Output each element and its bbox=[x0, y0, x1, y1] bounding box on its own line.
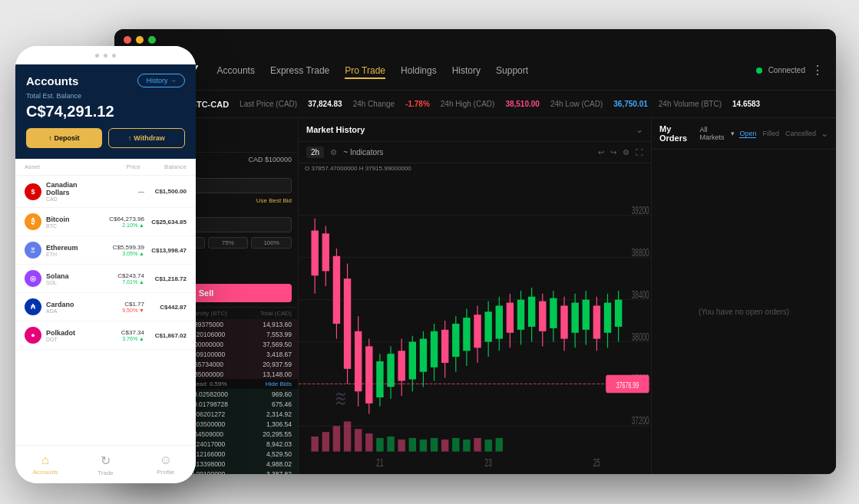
candlestick-chart: 39200 38800 38400 38000 37600 37200 21 2… bbox=[299, 173, 651, 474]
asset-price: C$243.74 bbox=[91, 272, 144, 279]
asset-item[interactable]: ◎ Solana SOL C$243.74 7.01% ▲ C$1,218.72 bbox=[15, 265, 196, 293]
mobile-asset-list: Asset Price Balance $ Canadian Dollars C… bbox=[15, 159, 196, 445]
svg-rect-83 bbox=[376, 438, 383, 452]
svg-rect-45 bbox=[463, 318, 470, 351]
mobile-history-button[interactable]: History → bbox=[137, 74, 185, 87]
market-history-chevron[interactable]: ⌄ bbox=[636, 124, 643, 135]
svg-rect-78 bbox=[322, 432, 329, 451]
minimize-dot[interactable] bbox=[136, 36, 144, 44]
mobile-nav-accounts[interactable]: ⌂ Accounts bbox=[15, 446, 75, 483]
history-btn-label: History → bbox=[146, 77, 177, 84]
orders-filled-tab[interactable]: Filled bbox=[762, 130, 779, 138]
pct-75-btn[interactable]: 75% bbox=[208, 237, 249, 249]
trade-nav-icon: ↻ bbox=[101, 453, 111, 468]
chart-settings-icon[interactable]: ⚙ bbox=[330, 148, 337, 156]
ticker-bar: ☰ ₿ BTC-CAD Last Price (CAD) 37,824.83 2… bbox=[114, 91, 836, 118]
asset-item[interactable]: ₳ Cardano ADA C$1.77 9.50% ▼ C$442.87 bbox=[15, 293, 196, 321]
asset-balance: C$1,500.00 bbox=[144, 188, 187, 195]
orders-status-tabs: Open Filled Cancelled bbox=[739, 130, 816, 138]
asset-price-block: C$64,273.96 2.10% ▲ bbox=[91, 216, 144, 228]
asset-item[interactable]: Ξ Ethereum ETH C$5,599.39 3.05% ▲ C$13,9… bbox=[15, 236, 196, 265]
svg-text:37200: 37200 bbox=[632, 415, 649, 427]
svg-rect-81 bbox=[355, 429, 362, 451]
asset-price-block: C$1.77 9.50% ▼ bbox=[91, 301, 144, 313]
asset-name-block: Canadian Dollars CAD bbox=[46, 181, 91, 202]
nav-history[interactable]: History bbox=[452, 62, 481, 79]
svg-rect-53 bbox=[507, 303, 514, 333]
mobile-nav-trade[interactable]: ↻ Trade bbox=[75, 446, 135, 483]
market-selector[interactable]: All Markets ▾ bbox=[699, 126, 735, 141]
asset-symbol: BTC bbox=[46, 223, 91, 229]
svg-rect-29 bbox=[376, 361, 383, 397]
orders-cancelled-tab[interactable]: Cancelled bbox=[785, 130, 816, 138]
withdraw-button[interactable]: ↑ Withdraw bbox=[108, 128, 186, 148]
orders-empty-message: (You have no open orders) bbox=[652, 150, 836, 474]
asset-item[interactable]: $ Canadian Dollars CAD — C$1,500.00 bbox=[15, 176, 196, 208]
asset-balance-block: C$13,998.47 bbox=[144, 247, 187, 254]
my-orders-chevron[interactable]: ⌄ bbox=[821, 128, 828, 139]
market-history-header: Market History ⌄ bbox=[299, 118, 651, 142]
pct-100-btn[interactable]: 100% bbox=[251, 237, 292, 249]
svg-text:25: 25 bbox=[593, 457, 600, 469]
nav-right: Connected ⋮ bbox=[756, 63, 824, 77]
svg-rect-92 bbox=[474, 438, 481, 452]
chart-indicators-btn[interactable]: ~ Indicators bbox=[343, 148, 383, 156]
connected-label: Connected bbox=[768, 66, 805, 74]
asset-icon: ₿ bbox=[25, 213, 41, 230]
asset-price: C$64,273.96 bbox=[91, 216, 144, 222]
orders-open-tab[interactable]: Open bbox=[739, 130, 756, 138]
accounts-nav-icon: ⌂ bbox=[41, 453, 49, 467]
nav-pro-trade[interactable]: Pro Trade bbox=[345, 62, 385, 79]
nav-holdings[interactable]: Holdings bbox=[401, 62, 437, 79]
close-dot[interactable] bbox=[124, 36, 131, 44]
asset-name-block: Bitcoin BTC bbox=[46, 216, 91, 229]
asset-name-block: Cardano ADA bbox=[46, 301, 91, 314]
asset-price: — bbox=[91, 188, 144, 195]
svg-text:38000: 38000 bbox=[632, 331, 649, 342]
nav-support[interactable]: Support bbox=[496, 62, 528, 79]
deposit-button[interactable]: ↑ Deposit bbox=[26, 128, 102, 148]
svg-rect-55 bbox=[517, 300, 524, 330]
mobile-title: Accounts bbox=[26, 74, 78, 87]
asset-change: 7.01% ▲ bbox=[91, 279, 144, 285]
asset-balance-block: C$442.87 bbox=[144, 304, 187, 311]
mobile-app: Accounts History → Total Est. Balance C$… bbox=[15, 46, 196, 483]
nav-accounts[interactable]: Accounts bbox=[217, 62, 255, 79]
svg-rect-35 bbox=[409, 342, 416, 380]
asset-item[interactable]: ₿ Bitcoin BTC C$64,273.96 2.10% ▲ C$25,6… bbox=[15, 208, 196, 236]
more-button[interactable]: ⋮ bbox=[811, 63, 824, 77]
svg-rect-23 bbox=[344, 278, 351, 369]
asset-balance-block: C$1,867.02 bbox=[144, 332, 187, 339]
chart-expand-icon[interactable]: ⛶ bbox=[636, 148, 643, 156]
svg-text:38800: 38800 bbox=[632, 247, 649, 259]
low-label: 24h Low (CAD) bbox=[550, 100, 603, 108]
desktop-app: ₿ BITBUY Accounts Express Trade Pro Trad… bbox=[114, 29, 836, 474]
svg-rect-51 bbox=[496, 305, 503, 338]
mobile-bottom-nav: ⌂ Accounts ↻ Trade ☺ Profile bbox=[15, 445, 196, 483]
asset-symbol: CAD bbox=[46, 196, 91, 202]
asset-balance: C$442.87 bbox=[144, 304, 187, 311]
asset-price: C$5,599.39 bbox=[91, 244, 144, 251]
asset-name-block: Ethereum ETH bbox=[46, 244, 91, 257]
asset-icon: $ bbox=[25, 183, 41, 200]
asset-change: 9.50% ▼ bbox=[91, 308, 144, 313]
asset-price-block: C$37.34 3.76% ▲ bbox=[91, 329, 144, 341]
maximize-dot[interactable] bbox=[148, 36, 156, 44]
accounts-nav-label: Accounts bbox=[33, 469, 58, 476]
svg-rect-93 bbox=[484, 440, 491, 452]
chart-gear-icon[interactable]: ⚙ bbox=[623, 148, 629, 156]
ticker-pair[interactable]: BTC-CAD bbox=[190, 100, 229, 109]
svg-text:37676.99: 37676.99 bbox=[616, 380, 639, 390]
mobile-nav-profile[interactable]: ☺ Profile bbox=[136, 446, 196, 483]
svg-rect-82 bbox=[365, 433, 372, 452]
chart-undo-icon[interactable]: ↩ bbox=[598, 148, 604, 156]
chart-redo-icon[interactable]: ↪ bbox=[610, 148, 616, 156]
hide-bids[interactable]: Hide Bids bbox=[266, 380, 292, 387]
asset-item[interactable]: ● Polkadot DOT C$37.34 3.76% ▲ C$1,867.0… bbox=[15, 321, 196, 350]
svg-rect-19 bbox=[322, 233, 329, 271]
chart-2h-btn[interactable]: 2h bbox=[306, 147, 324, 158]
nav-express-trade[interactable]: Express Trade bbox=[270, 62, 329, 79]
svg-rect-73 bbox=[615, 300, 622, 327]
my-orders-title: My Orders bbox=[659, 124, 699, 143]
asset-change: 3.76% ▲ bbox=[91, 336, 144, 341]
